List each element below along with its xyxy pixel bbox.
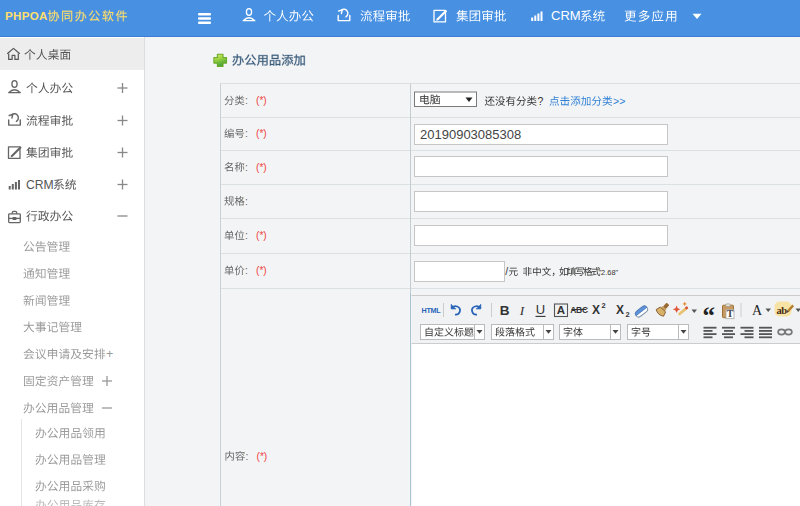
svg-text::: :	[245, 128, 248, 139]
svg-text:2: 2	[625, 310, 629, 319]
svg-text:ab: ab	[776, 305, 787, 316]
svg-text:X: X	[592, 303, 600, 317]
svg-text::: :	[246, 451, 249, 462]
svg-text::: :	[245, 230, 248, 241]
svg-text:>>: >>	[613, 95, 625, 107]
svg-text::: :	[245, 196, 248, 207]
svg-text:(*): (*)	[257, 451, 268, 462]
svg-text:A: A	[752, 303, 763, 318]
svg-text:HTML: HTML	[422, 306, 442, 315]
svg-text:"2.68": "2.68"	[599, 268, 619, 277]
svg-text:?: ?	[538, 95, 544, 107]
svg-text:“: “	[703, 302, 716, 329]
svg-text:B: B	[500, 303, 510, 318]
svg-text:+: +	[106, 347, 113, 361]
svg-text::: :	[245, 95, 248, 106]
svg-text:(*): (*)	[256, 162, 267, 173]
svg-text:/: /	[505, 265, 508, 277]
svg-text:(*): (*)	[256, 128, 267, 139]
svg-text:X: X	[616, 303, 624, 317]
svg-text:(*): (*)	[256, 95, 267, 106]
svg-text:CRM: CRM	[26, 178, 54, 192]
svg-text:(*): (*)	[256, 230, 267, 241]
svg-text:2: 2	[601, 301, 605, 310]
svg-text:U: U	[536, 302, 545, 317]
svg-text:CRM: CRM	[551, 8, 581, 23]
svg-text::: :	[245, 265, 248, 276]
svg-text:PHPOA: PHPOA	[5, 9, 48, 22]
svg-text:A: A	[557, 304, 565, 316]
svg-text:(*): (*)	[256, 265, 267, 276]
svg-text::: :	[245, 162, 248, 173]
svg-text:T: T	[727, 308, 734, 319]
svg-text:20190903085308: 20190903085308	[420, 127, 521, 142]
